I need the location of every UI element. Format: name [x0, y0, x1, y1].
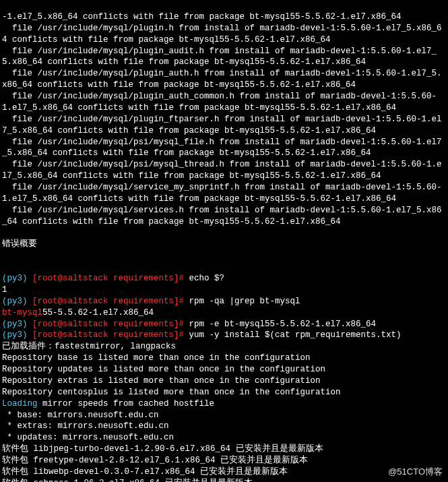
shell-prompt: [root@saltstack requirements]# — [32, 274, 189, 283]
pkg-status: 软件包 libwebp-devel-0.3.0-7.el7.x86_64 已安装… — [2, 467, 288, 477]
mirror-line: * extras: mirrors.neusoft.edu.cn — [2, 421, 169, 431]
error-summary-heading: 错误概要 — [2, 239, 37, 249]
error-line: file /usr/include/mysql/plugin_ftparser.… — [2, 115, 442, 135]
loading-word: Loading — [2, 399, 38, 409]
error-line: file /usr/include/mysql/psi/mysql_file.h… — [2, 138, 442, 158]
venv-indicator: (py3) — [2, 320, 32, 329]
venv-indicator: (py3) — [2, 297, 32, 306]
pkg-status: 软件包 libjpeg-turbo-devel-1.2.90-6.el7.x86… — [2, 444, 323, 454]
shell-prompt: [root@saltstack requirements]# — [32, 330, 189, 340]
grep-rest: 55-5.5.62-1.el7.x86_64 — [42, 308, 154, 318]
mirror-line: * base: mirrors.neusoft.edu.cn — [2, 411, 159, 420]
error-line: file /usr/include/mysql/services.h from … — [2, 206, 442, 227]
yum-repo-warning: Repository updates is listed more than o… — [2, 365, 325, 374]
shell-prompt: [root@saltstack requirements]# — [32, 320, 189, 329]
error-line: file /usr/include/mysql/plugin.h from in… — [2, 24, 442, 44]
terminal-output[interactable]: -1.el7_5.x86_64 conflicts with file from… — [0, 0, 448, 482]
error-line: file /usr/include/mysql/plugin_audit.h f… — [2, 47, 437, 67]
yum-repo-warning: Repository centosplus is listed more tha… — [2, 388, 341, 397]
shell-prompt: [root@saltstack requirements]# — [32, 297, 189, 306]
error-line: file /usr/include/mysql/plugin_auth.h fr… — [2, 69, 442, 90]
yum-plugins: 已加载插件：fastestmirror, langpacks — [2, 342, 176, 351]
venv-indicator: (py3) — [2, 330, 32, 340]
grep-match: bt-mysql — [2, 308, 42, 318]
error-line: -1.el7_5.x86_64 conflicts with file from… — [2, 12, 402, 22]
loading-rest: mirror speeds from cached hostfile — [38, 399, 215, 409]
error-line: file /usr/include/mysql/service_my_snpri… — [2, 183, 442, 204]
yum-repo-warning: Repository base is listed more than once… — [2, 353, 311, 363]
mirror-line: * updates: mirrors.neusoft.edu.cn — [2, 433, 174, 442]
command-rpm-grep[interactable]: rpm -qa |grep bt-mysql — [189, 297, 300, 306]
pkg-status: 软件包 freetype-devel-2.8-12.el7_6.1.x86_64… — [2, 456, 308, 465]
yum-repo-warning: Repository extras is listed more than on… — [2, 376, 321, 386]
echo-output: 1 — [2, 285, 7, 295]
command-echo[interactable]: echo $? — [189, 274, 225, 283]
watermark-badge: @51CTO博客 — [388, 466, 443, 478]
error-line: file /usr/include/mysql/plugin_auth_comm… — [2, 92, 437, 113]
command-yum-install[interactable]: yum -y install $(cat rpm_requirements.tx… — [189, 330, 402, 340]
venv-indicator: (py3) — [2, 274, 32, 283]
error-line: file /usr/include/mysql/psi/mysql_thread… — [2, 160, 442, 181]
pkg-status: 软件包 sshpass-1.06-2.el7.x86_64 已安装并且是最新版本 — [2, 479, 253, 482]
command-rpm-erase[interactable]: rpm -e bt-mysql55-5.5.62-1.el7.x86_64 — [189, 320, 377, 329]
